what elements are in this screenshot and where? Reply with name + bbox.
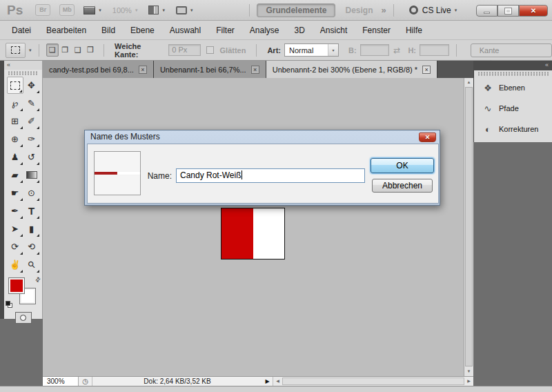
application-titlebar[interactable]: Ps Br Mb ▾ 100% ▾ ▾ ▾ Grundelemente Desi… [0,0,552,21]
drag-grip[interactable] [477,72,549,76]
vertical-scroll-thumb[interactable] [465,87,473,366]
menu-filter[interactable]: Filter [208,21,242,39]
pattern-name-input[interactable]: Candy Rot-Weiß [176,168,365,183]
minibridge-button[interactable]: Mb [59,4,75,16]
zoom-tool[interactable]: ⚲ [23,256,40,273]
text-caret [241,170,242,179]
bridge-button[interactable]: Br [35,4,50,16]
scroll-left-icon[interactable]: ◀ [273,377,282,386]
panel-ebenen-button[interactable]: ❖ Ebenen [474,77,552,98]
menu-analyse[interactable]: Analyse [242,21,287,39]
vertical-scrollbar[interactable]: ▲ ▼ [464,78,473,376]
chevron-down-icon[interactable]: ▾ [328,44,338,56]
close-icon[interactable]: × [139,66,147,74]
divider [256,44,257,57]
canvas-area[interactable] [43,78,464,376]
scroll-down-icon[interactable]: ▼ [464,367,473,376]
selection-mode-add-button[interactable]: ❐ [59,43,71,57]
crop-tool[interactable]: ⊞ [7,112,23,130]
rectangular-marquee-tool[interactable] [7,77,23,94]
name-label: Name: [140,171,172,181]
path-selection-tool[interactable]: ➤ [7,220,23,237]
3d-orbit-tool[interactable]: ⟲ [23,238,40,255]
type-tool[interactable]: T [23,202,40,219]
brush-tool[interactable]: ✑ [23,130,40,148]
dialog-close-button[interactable]: ✕ [419,133,436,142]
foreground-color-swatch[interactable] [9,278,24,293]
chevron-down-icon[interactable]: ▾ [162,8,165,13]
panel-dock-header[interactable]: « [473,61,552,70]
quick-selection-tool[interactable]: ✎ [23,95,40,112]
refine-edge-button[interactable]: Kante verbessern... [471,43,552,57]
menu-auswahl[interactable]: Auswahl [162,21,208,39]
chevron-down-icon[interactable]: ▾ [29,48,32,53]
arrange-documents-control[interactable]: ▾ [148,6,165,14]
smudge-tool[interactable]: ☛ [7,184,23,202]
gradient-tool[interactable] [23,166,40,184]
eraser-tool[interactable]: ▰ [7,166,23,184]
menu-bild[interactable]: Bild [94,21,123,39]
menu-ebene[interactable]: Ebene [123,21,162,39]
close-icon[interactable]: × [422,66,431,74]
rectangle-shape-tool[interactable]: ▮ [23,220,40,237]
quick-mask-button[interactable] [15,312,32,324]
tab-candy-test[interactable]: candy-test.psd bei 69,8... × [43,61,154,78]
minimize-button[interactable] [476,5,497,17]
tab-unbenannt-1[interactable]: Unbenannt-1 bei 66,7%... × [154,61,266,78]
history-brush-tool[interactable]: ↺ [23,148,40,166]
chevron-down-icon[interactable]: ▾ [99,8,101,13]
chevron-down-icon[interactable]: ▾ [190,8,193,13]
photoshop-logo: Ps [7,3,23,18]
workspace-design-button[interactable]: Design [345,6,373,15]
menu-hilfe[interactable]: Hilfe [398,21,430,39]
scroll-up-icon[interactable]: ▲ [464,78,473,87]
selection-mode-subtract-button[interactable]: ❑ [71,43,83,57]
spot-healing-tool[interactable]: ⊕ [7,130,23,148]
tools-panel-header[interactable]: « [4,61,42,70]
launch-bridge-control[interactable]: ▾ [83,6,101,14]
close-icon[interactable]: × [251,66,259,74]
close-button[interactable]: ✕ [519,5,548,17]
menu-ansicht[interactable]: Ansicht [313,21,355,39]
clone-stamp-tool[interactable]: ♟ [7,148,23,166]
cancel-button[interactable]: Abbrechen [372,179,433,193]
ok-button[interactable]: OK [371,158,434,173]
drive-status-icon[interactable]: ◷ [79,377,92,386]
tab-unbenannt-2[interactable]: Unbenannt-2 bei 300% (Ebene 1, RGB/8) * … [266,61,437,78]
workspace-overflow-button[interactable]: » [382,5,386,15]
swap-colors-icon[interactable]: ⇄ [34,275,42,284]
pen-tool[interactable]: ✒ [7,202,23,219]
horizontal-scrollbar[interactable]: ◀ ▶ [273,377,473,386]
default-colors-icon[interactable] [6,301,12,308]
selection-mode-intersect-button[interactable]: ❒ [84,43,97,57]
dialog-titlebar[interactable]: Name des Musters ✕ [85,130,440,144]
eraser-icon: ▰ [12,170,19,180]
move-tool[interactable]: ✥ [23,77,40,94]
chevron-down-icon[interactable]: ▾ [135,8,138,13]
eyedropper-tool[interactable]: ✐ [23,112,40,130]
cs-live-menu[interactable]: CS Live ▾ [409,6,457,15]
scroll-right-icon[interactable]: ▶ [464,377,473,386]
swap-dimensions-icon[interactable]: ⇄ [393,46,400,55]
dodge-tool[interactable]: ⊙ [23,184,40,202]
screen-mode-control[interactable]: ▾ [176,6,193,14]
restore-button[interactable] [497,5,519,17]
menu-datei[interactable]: Datei [4,21,39,39]
drag-grip[interactable] [8,71,39,75]
tool-preset-picker[interactable] [6,43,26,58]
selection-mode-new-button[interactable]: ❏ [46,43,59,57]
3d-rotate-tool[interactable]: ⟳ [7,238,23,255]
horizontal-scroll-thumb[interactable] [282,378,464,385]
hand-tool[interactable]: ✌ [7,256,23,273]
status-menu-icon[interactable]: ▶ [262,377,273,386]
panel-korrekturen-button[interactable]: ◐ Korrekturen [474,119,552,139]
lasso-tool[interactable]: ℘ [7,95,23,112]
menu-fenster[interactable]: Fenster [355,21,398,39]
panel-pfade-button[interactable]: ∿ Pfade [474,98,552,119]
workspace-grundelemente-button[interactable]: Grundelemente [257,3,335,17]
zoom-level-control[interactable]: 100% ▾ [112,6,138,14]
style-select[interactable]: Normal ▾ [284,43,339,57]
zoom-percent-field[interactable]: 300% [43,377,79,386]
menu-3d[interactable]: 3D [287,21,313,39]
menu-bearbeiten[interactable]: Bearbeiten [39,21,94,39]
